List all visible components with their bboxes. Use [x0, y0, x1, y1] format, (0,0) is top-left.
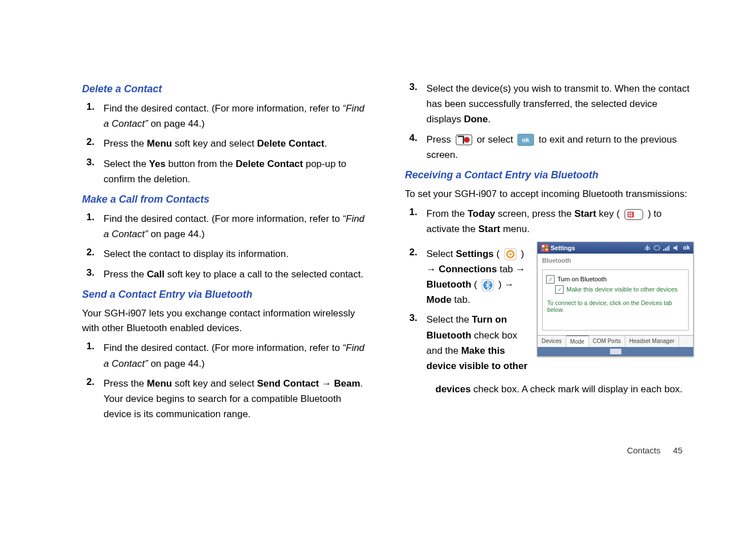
step-text: Find the desired contact. (For more info… [104, 101, 371, 131]
tab-devices[interactable]: Devices [538, 336, 566, 347]
checkbox-icon: ✓ [555, 285, 564, 294]
heading-send-bluetooth: Send a Contact Entry via Bluetooth [82, 289, 371, 301]
steps-continued: 3.Select the device(s) you wish to trans… [405, 81, 694, 162]
right-column: 3.Select the device(s) you wish to trans… [405, 76, 694, 426]
svg-rect-23 [668, 246, 669, 251]
steps-receive-bluetooth-cont: 2.Select Settings ( ) → Connections tab … [405, 246, 530, 374]
svg-point-1 [464, 137, 470, 143]
steps-send-bluetooth: 1.Find the desired contact. (For more in… [82, 340, 371, 422]
svg-rect-21 [665, 248, 666, 251]
svg-point-12 [509, 253, 512, 255]
step-text: Find the desired contact. (For more info… [104, 211, 371, 242]
svg-text:ok: ok [522, 136, 530, 143]
step-text: Press the Call soft key to place a call … [104, 267, 371, 282]
checkbox-label: Turn on Bluetooth [557, 276, 607, 282]
steps-delete-contact: 1.Find the desired contact. (For more in… [82, 101, 371, 187]
paragraph: To set your SGH-i907 to accept incoming … [405, 187, 694, 202]
bluetooth-icon [482, 279, 494, 292]
paragraph: Your SGH-i907 lets you exchange contact … [82, 306, 371, 336]
svg-rect-20 [663, 249, 664, 251]
step-text: Press the Menu soft key and select Send … [104, 376, 371, 422]
heading-make-call: Make a Call from Contacts [82, 194, 371, 205]
speaker-icon [672, 245, 680, 251]
network-icon [643, 245, 651, 251]
screenshot-section: Bluetooth [538, 254, 693, 265]
svg-rect-8 [628, 215, 630, 216]
hint-text: To connect to a device, click on the Dev… [547, 299, 684, 313]
step-text: Select the contact to display its inform… [104, 246, 371, 262]
step-number: 3. [405, 81, 418, 93]
tab-com-ports[interactable]: COM Ports [589, 336, 625, 347]
svg-rect-22 [667, 247, 668, 251]
checkbox-make-visible[interactable]: ✓ Make this device visible to other devi… [555, 285, 685, 294]
step-number: 1. [82, 340, 94, 352]
bluetooth-options-box: ✓ Turn on Bluetooth ✓ Make this device v… [542, 269, 689, 331]
step-text: Select the Turn on Bluetooth check box a… [427, 312, 530, 374]
step-number: 1. [82, 211, 94, 223]
left-column: Delete a Contact 1.Find the desired cont… [82, 76, 371, 426]
checkbox-icon: ✓ [546, 275, 555, 284]
tab-headset-manager[interactable]: Headset Manager [625, 336, 679, 347]
keyboard-bar[interactable] [538, 347, 693, 356]
svg-rect-9 [630, 215, 632, 216]
tab-mode[interactable]: Mode [566, 335, 589, 347]
ok-button-icon: ok [517, 134, 534, 146]
screenshot-titlebar: Settings ok [538, 242, 693, 254]
screenshot-tabs: Devices Mode COM Ports Headset Manager [538, 335, 693, 347]
start-flag-icon [541, 244, 549, 252]
svg-rect-19 [545, 248, 548, 251]
device-screenshot: Settings ok Bluetooth ✓ Turn on Bluetoot… [537, 242, 694, 357]
heading-delete-contact: Delete a Contact [82, 83, 371, 95]
checkbox-label: Make this device visible to other device… [566, 286, 677, 293]
svg-rect-18 [542, 248, 544, 251]
step-text: From the Today screen, press the Start k… [427, 206, 694, 237]
step-text: Press or select ok to exit and return to… [427, 132, 694, 162]
step-number: 4. [405, 132, 418, 144]
sync-icon [653, 245, 661, 251]
end-key-icon [456, 134, 472, 145]
svg-rect-16 [542, 245, 544, 247]
settings-icon [504, 248, 517, 260]
step-text: Find the desired contact. (For more info… [104, 340, 371, 371]
step-text: Select the Yes button from the Delete Co… [104, 156, 371, 187]
step-number: 2. [82, 246, 94, 258]
step-number: 1. [405, 206, 418, 218]
step-number: 2. [405, 246, 418, 258]
svg-rect-6 [628, 212, 630, 214]
svg-rect-7 [630, 212, 632, 214]
ok-label[interactable]: ok [683, 245, 690, 251]
step-text: Select the device(s) you wish to transmi… [427, 81, 694, 127]
step-number: 3. [405, 312, 418, 324]
screenshot-title: Settings [551, 245, 575, 251]
step-number: 2. [82, 136, 94, 148]
page-number: 45 [673, 445, 682, 455]
steps-receive-bluetooth: 1.From the Today screen, press the Start… [405, 206, 694, 237]
keyboard-icon [610, 349, 621, 354]
heading-receive-bluetooth: Receiving a Contact Entry via Bluetooth [405, 169, 694, 181]
step-text: Select Settings ( ) → Connections tab → … [427, 246, 530, 308]
page-footer: Contacts 45 [627, 445, 682, 455]
svg-rect-17 [545, 245, 548, 247]
step-number: 1. [82, 101, 94, 113]
step-number: 2. [82, 376, 94, 388]
step-number: 3. [82, 156, 94, 168]
footer-label: Contacts [627, 445, 660, 455]
checkbox-turn-on-bluetooth[interactable]: ✓ Turn on Bluetooth [546, 275, 685, 284]
signal-icon [663, 245, 671, 251]
start-key-icon [624, 209, 643, 220]
step-text-continuation: devices check box. A check mark will dis… [436, 382, 694, 397]
step-number: 3. [82, 267, 94, 278]
step-text: Press the Menu soft key and select Delet… [104, 136, 371, 151]
steps-make-call: 1.Find the desired contact. (For more in… [82, 211, 371, 282]
